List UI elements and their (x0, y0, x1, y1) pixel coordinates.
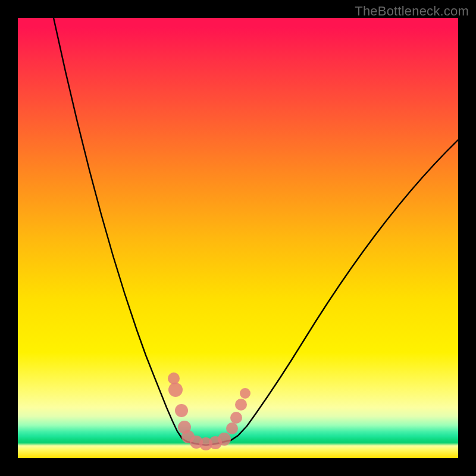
left-curve (54, 18, 187, 441)
data-marker (230, 412, 242, 424)
data-marker (240, 388, 250, 399)
chart-frame: TheBottleneck.com (0, 0, 476, 476)
data-marker (168, 372, 180, 384)
data-marker (235, 399, 247, 411)
data-marker (226, 422, 238, 434)
marker-group (168, 372, 250, 450)
curve-overlay (18, 18, 458, 458)
watermark-text: TheBottleneck.com (355, 4, 469, 19)
data-marker (175, 404, 188, 417)
right-curve (225, 140, 458, 441)
plot-area (18, 18, 458, 458)
data-marker (218, 433, 231, 446)
data-marker (168, 383, 183, 397)
